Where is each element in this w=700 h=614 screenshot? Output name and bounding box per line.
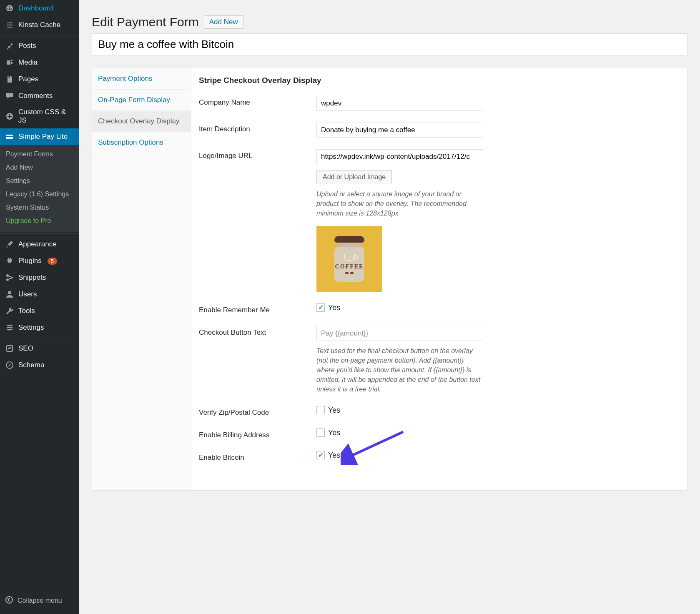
enable-bitcoin-checkbox[interactable] <box>316 451 325 459</box>
sidebar-label: Dashboard <box>18 4 53 13</box>
collapse-label: Collapse menu <box>18 597 62 604</box>
item-description-input[interactable] <box>316 123 483 138</box>
submenu-item-status[interactable]: System Status <box>0 201 79 214</box>
sidebar-item-media[interactable]: Media <box>0 54 79 71</box>
list-icon <box>5 20 14 30</box>
settings-panel: Stripe Checkout Overlay Display Company … <box>191 68 687 490</box>
page-icon <box>5 75 14 84</box>
panel-title: Stripe Checkout Overlay Display <box>199 76 680 85</box>
submenu-item-upgrade[interactable]: Upgrade to Pro <box>0 214 79 228</box>
svg-point-7 <box>10 327 12 328</box>
sidebar-item-kinsta[interactable]: Kinsta Cache <box>0 17 79 33</box>
sidebar-item-plugins[interactable]: Plugins 5 <box>0 253 79 269</box>
sidebar-item-dashboard[interactable]: Dashboard <box>0 0 79 17</box>
coffee-jar-icon: COFFEE <box>334 236 364 282</box>
svg-point-6 <box>8 325 9 326</box>
tab-onpage-form[interactable]: On-Page Form Display <box>92 90 191 111</box>
comment-icon <box>5 91 14 100</box>
upload-image-button[interactable]: Add or Upload Image <box>316 170 392 184</box>
svg-point-11 <box>6 596 13 603</box>
item-description-label: Item Description <box>199 123 316 133</box>
tab-checkout-overlay[interactable]: Checkout Overlay Display <box>92 111 191 132</box>
billing-address-label: Enable Billing Address <box>199 429 316 439</box>
sidebar-label: Schema <box>18 361 44 369</box>
upload-description: Upload or select a square image of your … <box>316 189 483 218</box>
sidebar-item-appearance[interactable]: Appearance <box>0 236 79 253</box>
checkout-button-label: Checkout Button Text <box>199 326 316 337</box>
tab-subscription[interactable]: Subscription Options <box>92 132 191 153</box>
collapse-menu[interactable]: Collapse menu <box>0 591 79 614</box>
remember-me-checkbox[interactable] <box>316 303 325 312</box>
sidebar-item-tools[interactable]: Tools <box>0 303 79 319</box>
plugins-count-badge: 5 <box>48 258 57 265</box>
preview-text: COFFEE <box>334 263 364 270</box>
form-title-input[interactable] <box>92 33 687 55</box>
sidebar-label: Plugins <box>18 257 42 265</box>
sidebar-label: Snippets <box>18 273 46 282</box>
user-icon <box>5 290 14 299</box>
card-icon <box>5 132 14 141</box>
scissors-icon <box>5 273 14 282</box>
enable-bitcoin-yes: Yes <box>328 451 340 460</box>
company-name-input[interactable] <box>316 96 483 111</box>
sidebar-label: Users <box>18 290 37 298</box>
pin-icon <box>5 41 14 50</box>
plus-circle-icon <box>5 112 14 121</box>
submenu-item-legacy[interactable]: Legacy (1.6) Settings <box>0 188 79 201</box>
seo-icon <box>5 344 14 353</box>
sidebar-item-pages[interactable]: Pages <box>0 71 79 88</box>
admin-sidebar: Dashboard Kinsta Cache Posts Media Pages… <box>0 0 79 614</box>
svg-point-5 <box>8 291 11 294</box>
submenu-item-forms[interactable]: Payment Forms <box>0 148 79 161</box>
sidebar-item-schema[interactable]: Schema <box>0 357 79 373</box>
sidebar-label: Settings <box>18 323 44 332</box>
sidebar-item-css[interactable]: Custom CSS & JS <box>0 104 79 128</box>
sidebar-label: Simple Pay Lite <box>18 133 68 141</box>
sidebar-item-settings[interactable]: Settings <box>0 319 79 336</box>
sidebar-label: Custom CSS & JS <box>18 108 75 125</box>
settings-tabs: Payment Options On-Page Form Display Che… <box>92 68 191 490</box>
sidebar-label: Posts <box>18 42 36 50</box>
logo-url-input[interactable] <box>316 149 483 164</box>
sidebar-item-comments[interactable]: Comments <box>0 88 79 104</box>
submenu-item-settings[interactable]: Settings <box>0 174 79 188</box>
brush-icon <box>5 240 14 249</box>
verify-zip-yes: Yes <box>328 406 340 415</box>
sliders-icon <box>5 323 14 332</box>
plug-icon <box>5 256 14 266</box>
sidebar-label: Media <box>18 58 38 67</box>
gauge-icon <box>5 4 14 13</box>
media-icon <box>5 58 14 67</box>
logo-preview: COFFEE <box>316 226 382 292</box>
page-title: Edit Payment Form <box>92 15 199 29</box>
sidebar-item-simplepay[interactable]: Simple Pay Lite <box>0 128 79 145</box>
sidebar-label: Tools <box>18 307 35 315</box>
svg-point-8 <box>8 329 10 331</box>
sidebar-label: Kinsta Cache <box>18 21 60 29</box>
tab-payment-options[interactable]: Payment Options <box>92 68 191 90</box>
sidebar-item-seo[interactable]: SEO <box>0 340 79 357</box>
remember-me-label: Enable Remember Me <box>199 303 316 314</box>
main-content: Edit Payment Form Add New Payment Option… <box>79 0 700 614</box>
checkout-button-input[interactable] <box>316 326 483 341</box>
add-new-button[interactable]: Add New <box>204 15 243 29</box>
sidebar-label: Appearance <box>18 240 57 248</box>
checkout-button-description: Text used for the final checkout button … <box>316 346 483 394</box>
sidebar-item-snippets[interactable]: Snippets <box>0 269 79 286</box>
sidebar-label: Pages <box>18 75 38 83</box>
collapse-icon <box>5 596 13 606</box>
verify-zip-checkbox[interactable] <box>316 406 325 414</box>
billing-address-yes: Yes <box>328 429 340 437</box>
wrench-icon <box>5 306 14 316</box>
billing-address-checkbox[interactable] <box>316 429 325 437</box>
svg-rect-1 <box>6 135 13 139</box>
verify-zip-label: Verify Zip/Postal Code <box>199 406 316 417</box>
sidebar-label: SEO <box>18 344 33 353</box>
sidebar-label: Comments <box>18 92 53 100</box>
remember-me-yes: Yes <box>328 303 340 312</box>
submenu-item-addnew[interactable]: Add New <box>0 161 79 174</box>
sidebar-item-posts[interactable]: Posts <box>0 38 79 54</box>
logo-url-label: Logo/Image URL <box>199 149 316 160</box>
submenu-simplepay: Payment Forms Add New Settings Legacy (1… <box>0 145 79 232</box>
sidebar-item-users[interactable]: Users <box>0 286 79 303</box>
